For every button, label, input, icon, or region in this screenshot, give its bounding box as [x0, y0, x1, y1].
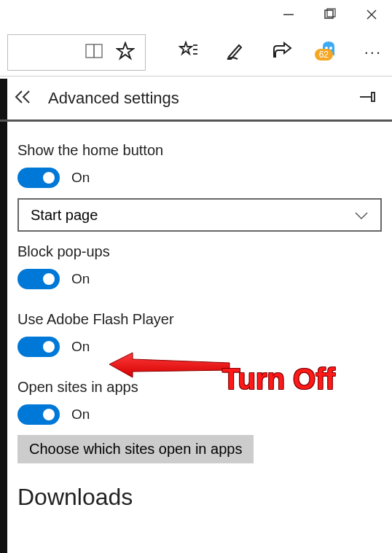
svg-marker-7: [117, 43, 133, 58]
setting-label: Show the home button: [17, 142, 375, 159]
panel-title: Advanced settings: [48, 89, 179, 108]
toggle-state: On: [71, 407, 90, 423]
setting-label: Open sites in apps: [17, 379, 375, 396]
maximize-button[interactable]: [324, 8, 337, 21]
downloads-heading: Downloads: [17, 484, 375, 511]
toggle-state: On: [71, 170, 90, 186]
start-page-dropdown[interactable]: Start page: [17, 198, 382, 232]
setting-home-button: Show the home button On Start page: [17, 142, 375, 232]
pin-icon[interactable]: [358, 90, 377, 107]
setting-label: Use Adobe Flash Player: [17, 311, 375, 328]
settings-content: Show the home button On Start page Block…: [0, 122, 392, 511]
choose-sites-button[interactable]: Choose which sites open in apps: [17, 435, 254, 463]
svg-rect-6: [94, 44, 102, 58]
more-menu-icon[interactable]: ···: [364, 43, 382, 62]
favorite-star-icon[interactable]: [116, 42, 135, 63]
open-sites-toggle[interactable]: [17, 404, 60, 425]
toggle-state: On: [71, 271, 90, 287]
flash-toggle[interactable]: [17, 337, 60, 357]
extension-badge: 62: [315, 49, 333, 60]
home-button-toggle[interactable]: [17, 168, 60, 188]
setting-block-popups: Block pop-ups On: [17, 243, 375, 289]
reading-view-icon[interactable]: [85, 43, 104, 62]
close-button[interactable]: [366, 9, 377, 20]
button-label: Choose which sites open in apps: [29, 441, 242, 457]
back-chevron-icon[interactable]: [15, 90, 34, 107]
ghostery-icon[interactable]: 62: [319, 40, 338, 65]
dropdown-value: Start page: [31, 207, 98, 224]
share-icon[interactable]: [271, 42, 293, 63]
window-controls: [0, 0, 392, 29]
setting-label: Block pop-ups: [17, 243, 375, 260]
block-popups-toggle[interactable]: [17, 269, 60, 289]
address-bar[interactable]: [7, 34, 146, 71]
setting-open-sites: Open sites in apps On Choose which sites…: [17, 379, 375, 463]
pen-notes-icon[interactable]: [224, 41, 245, 64]
setting-flash: Use Adobe Flash Player On: [17, 311, 375, 357]
panel-header: Advanced settings: [0, 77, 392, 122]
chevron-down-icon: [354, 207, 369, 224]
svg-rect-5: [86, 44, 94, 58]
svg-marker-8: [180, 42, 192, 54]
minimize-button[interactable]: [283, 9, 294, 20]
favorites-list-icon[interactable]: [178, 41, 198, 64]
toggle-state: On: [71, 339, 90, 355]
browser-toolbar: 62 ···: [0, 29, 392, 77]
